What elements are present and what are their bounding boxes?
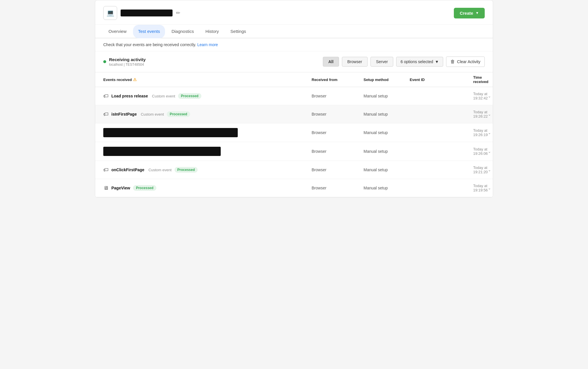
create-label: Create — [460, 11, 473, 16]
warning-icon: ⚠ — [133, 77, 137, 82]
method-cell: Manual setup — [364, 149, 410, 154]
activity-info: Receiving activity localhost | TEST48504 — [109, 57, 146, 67]
filter-all-button[interactable]: All — [323, 57, 339, 67]
time-cell: Today at 19:26:06 ⌄ — [473, 147, 485, 156]
activity-bar: Receiving activity localhost | TEST48504… — [95, 51, 493, 72]
tab-history[interactable]: History — [200, 25, 224, 38]
source-cell: Browser — [312, 94, 364, 98]
time-cell: Today at 19:26:22 ⌄ — [473, 110, 485, 118]
laptop-icon: 💻 — [106, 9, 114, 17]
method-cell: Manual setup — [364, 167, 410, 172]
event-name: onClickFirstPage — [111, 167, 144, 172]
table-row: 🏷 Load press release Custom event Proces… — [95, 87, 493, 105]
col-setup-method: Setup method — [364, 75, 410, 84]
source-cell: Browser — [312, 167, 364, 172]
event-name: PageView — [111, 186, 130, 190]
event-type: Custom event — [152, 94, 175, 98]
table-row: Browser Manual setup Today at 19:26:06 ⌄ — [95, 142, 493, 161]
event-type: Custom event — [141, 112, 164, 116]
create-button[interactable]: Create ▼ — [454, 8, 485, 18]
source-cell: Browser — [312, 149, 364, 154]
table-header: Events received ⚠ Received from Setup me… — [95, 72, 493, 87]
tab-overview[interactable]: Overview — [103, 25, 132, 38]
source-cell: Browser — [312, 130, 364, 135]
tag-icon: 🏷 — [103, 167, 108, 173]
expand-icon[interactable]: ⌄ — [488, 149, 491, 154]
col-received-from: Received from — [312, 75, 364, 84]
time-cell: Today at 19:21:20 ⌄ — [473, 165, 485, 174]
event-name-cell: 🖥 PageView Processed — [103, 185, 271, 191]
page-header: 💻 ✏ Create ▼ — [95, 0, 493, 25]
time-cell: Today at 19:26:19 ⌄ — [473, 128, 485, 137]
time-cell: Today at 19:19:56 ⌄ — [473, 184, 485, 192]
filter-server-button[interactable]: Server — [370, 57, 393, 67]
redacted-bar — [103, 128, 238, 137]
page-icon: 🖥 — [103, 185, 108, 191]
expand-icon[interactable]: ⌄ — [488, 168, 491, 172]
processed-badge: Processed — [178, 93, 201, 99]
col-events-received: Events received ⚠ — [103, 75, 271, 84]
activity-left: Receiving activity localhost | TEST48504 — [103, 57, 146, 67]
event-name-cell: 🏷 isInFirstPage Custom event Processed — [103, 111, 271, 117]
event-name-cell — [103, 128, 271, 137]
event-name-cell — [103, 147, 271, 156]
tab-test-events[interactable]: Test events — [133, 25, 165, 38]
activity-sub: localhost | TEST48504 — [109, 63, 146, 67]
redacted-bar-partial — [103, 147, 221, 156]
event-name: isInFirstPage — [111, 112, 137, 116]
info-text: Check that your events are being receive… — [103, 42, 196, 47]
device-icon: 💻 — [103, 6, 117, 20]
processed-badge: Processed — [133, 185, 156, 191]
tag-icon: 🏷 — [103, 93, 108, 99]
edit-icon[interactable]: ✏ — [176, 10, 180, 16]
options-label: 6 options selected — [400, 59, 433, 64]
tab-diagnostics[interactable]: Diagnostics — [166, 25, 199, 38]
options-dropdown[interactable]: 6 options selected ▼ — [396, 57, 443, 67]
method-cell: Manual setup — [364, 112, 410, 116]
table-row: 🏷 onClickFirstPage Custom event Processe… — [95, 161, 493, 179]
info-bar: Check that your events are being receive… — [95, 38, 493, 51]
table-row: Browser Manual setup Today at 19:26:19 ⌄ — [95, 123, 493, 142]
tag-icon: 🏷 — [103, 111, 108, 117]
tab-settings[interactable]: Settings — [225, 25, 251, 38]
col-blank — [271, 75, 312, 84]
col-event-id: Event ID — [410, 75, 473, 84]
processed-badge: Processed — [175, 167, 198, 173]
create-arrow: ▼ — [475, 11, 479, 15]
expand-icon[interactable]: ⌄ — [488, 131, 491, 135]
processed-badge: Processed — [167, 111, 190, 117]
tabs-bar: Overview Test events Diagnostics History… — [95, 25, 493, 38]
event-name-cell: 🏷 onClickFirstPage Custom event Processe… — [103, 167, 271, 173]
table-row: 🏷 isInFirstPage Custom event Processed B… — [95, 105, 493, 123]
time-cell: Today at 19:32:42 ⌄ — [473, 92, 485, 100]
event-name-cell: 🏷 Load press release Custom event Proces… — [103, 93, 271, 99]
events-list: 🏷 Load press release Custom event Proces… — [95, 87, 493, 197]
table-row: 🖥 PageView Processed Browser Manual setu… — [95, 179, 493, 197]
clear-icon: 🗑 — [450, 59, 455, 64]
event-name: Load press release — [111, 94, 148, 98]
expand-icon[interactable]: ⌄ — [488, 112, 491, 116]
method-cell: Manual setup — [364, 186, 410, 190]
header-left: 💻 ✏ — [103, 6, 180, 20]
chevron-down-icon: ▼ — [435, 59, 439, 64]
activity-title: Receiving activity — [109, 57, 146, 62]
clear-label: Clear Activity — [457, 59, 480, 64]
source-cell: Browser — [312, 112, 364, 116]
clear-activity-button[interactable]: 🗑 Clear Activity — [446, 57, 485, 67]
filter-browser-button[interactable]: Browser — [342, 57, 368, 67]
method-cell: Manual setup — [364, 130, 410, 135]
expand-icon[interactable]: ⌄ — [488, 94, 491, 98]
method-cell: Manual setup — [364, 94, 410, 98]
learn-more-link[interactable]: Learn more — [197, 42, 218, 47]
expand-icon[interactable]: ⌄ — [488, 186, 491, 190]
col-time-received: Time received — [473, 75, 485, 84]
event-type: Custom event — [148, 168, 171, 172]
source-cell: Browser — [312, 186, 364, 190]
account-title — [121, 10, 173, 16]
status-dot — [103, 60, 106, 63]
activity-controls: All Browser Server 6 options selected ▼ … — [323, 57, 485, 67]
